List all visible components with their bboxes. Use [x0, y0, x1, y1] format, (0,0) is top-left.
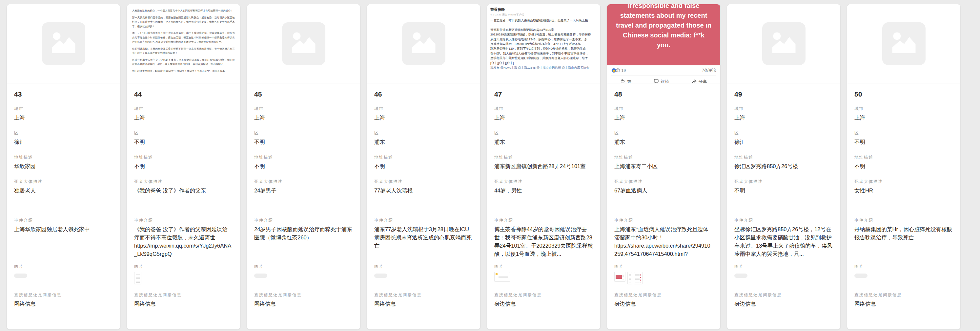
card-cover-image — [247, 4, 360, 83]
field-label-image: 图片 — [374, 264, 473, 269]
field-label-event: 事件介绍 — [134, 218, 233, 223]
card-cover-image — [7, 4, 120, 83]
field-label-direct: 直接信息还是间接信息 — [854, 292, 953, 297]
field-label-deceased: 死者大体描述 — [14, 179, 113, 184]
field-label-address: 地址描述 — [254, 155, 353, 160]
weibo-post-line: 恳求相关部门能帮忙处理好后续问题，并做好两位老人的心理疏导，给予 — [490, 56, 596, 61]
card-body: 46 城市 上海 区 浦东 地址描述 不明 死者大体描述 77岁老人沈瑞根 事件… — [367, 83, 480, 329]
card-cover-image: Irresponsible and false statements about… — [607, 4, 720, 83]
record-card[interactable]: 45 城市 上海 区 不明 地址描述 不明 死者大体描述 24岁男子 事件介绍 … — [247, 4, 360, 330]
comment-count: 7条评论 — [702, 68, 716, 73]
post-action-thumb[interactable]: 赞 — [620, 78, 632, 83]
record-card[interactable]: Irresponsible and false statements about… — [607, 4, 721, 330]
field-value-event: 坐标徐汇区罗秀路850弄26号楼，12号在小区群里求救需要硝酸甘油，没见到救护车… — [734, 225, 833, 258]
card-body: 48 城市 上海 区 浦东 地址描述 上海浦东寿二小区 死者大体描述 67岁血透… — [607, 83, 720, 329]
record-card[interactable]: 50 城市 上海 区 不明 地址描述 不明 死者大体描述 女性HR 事件介绍 丹… — [847, 4, 961, 330]
field-value-address: 徐汇区罗秀路850弄26号楼 — [734, 162, 833, 170]
comment-icon — [654, 78, 659, 83]
field-value-direct: 身边信息 — [734, 300, 833, 308]
field-label-direct: 直接信息还是间接信息 — [614, 292, 713, 297]
share-icon — [692, 78, 697, 83]
field-value-direct: 身边信息 — [614, 300, 713, 308]
record-card[interactable]: 46 城市 上海 区 浦东 地址描述 不明 死者大体描述 77岁老人沈瑞根 事件… — [367, 4, 480, 330]
post-action-comment[interactable]: 评论 — [654, 78, 669, 83]
field-value-district: 浦东 — [374, 138, 473, 146]
reaction-count: 19 — [622, 68, 626, 73]
post-reaction-bar: 👍😲197条评论 — [607, 66, 720, 73]
field-label-address: 地址描述 — [614, 155, 713, 160]
image-placeholder-icon — [402, 22, 445, 65]
field-label-city: 城市 — [734, 106, 833, 111]
weibo-post-line: [合十][合十][合十] — [490, 61, 596, 66]
field-label-city: 城市 — [374, 106, 473, 111]
image-thumbnail-row — [254, 272, 353, 285]
card-body: 44 城市 上海 区 不明 地址描述 不明 死者大体描述 《我的爸爸 没了》作者… — [127, 83, 240, 329]
field-value-city: 上海 — [854, 114, 953, 122]
weibo-post-line: 在44岁。我大伯和我大伯母70多岁老来丧子，对于整个事情我不做评价， — [490, 51, 596, 56]
field-value-deceased: 77岁老人沈瑞根 — [374, 187, 473, 218]
field-label-direct: 直接信息还是间接信息 — [494, 292, 593, 297]
card-cover-image — [847, 4, 960, 83]
weibo-post-line: 20220329去医院采样核酸，以便1号血透，晚上被告知核酸异样，等待转移 — [490, 32, 596, 37]
post-action-label: 赞 — [627, 79, 632, 84]
field-label-district: 区 — [494, 130, 593, 136]
weibo-post-line: 从这天开始我大伯停地电话12345，疾控中心，居委转运车一直不来。永 — [490, 37, 596, 42]
field-label-city: 城市 — [494, 106, 593, 111]
image-thumbnail — [14, 273, 27, 278]
card-number: 50 — [854, 90, 953, 98]
weibo-mentions: 海发布 @News上海 @上海12345 @上海市市民信箱 @上海市志愿者协会 — [490, 66, 596, 70]
record-card[interactable]: 茶香禅静4-2 02:31 来自 iPhone客户端一名志愿者，昨日我投入路浦西… — [487, 4, 601, 330]
field-label-district: 区 — [254, 130, 353, 136]
field-label-deceased: 死者大体描述 — [134, 179, 233, 184]
field-label-direct: 直接信息还是间接信息 — [134, 292, 233, 297]
field-value-address: 华欣家园 — [14, 162, 113, 170]
field-value-city: 上海 — [134, 114, 233, 122]
field-value-event: 24岁男子因核酸而延误治疗而猝死于浦东医院（微博@红茶260） — [254, 225, 353, 258]
image-thumbnail — [614, 272, 625, 282]
mountain-sun-glyph — [48, 28, 80, 59]
field-label-city: 城市 — [614, 106, 713, 111]
field-label-image: 图片 — [494, 264, 593, 269]
field-label-deceased: 死者大体描述 — [374, 179, 473, 184]
field-label-district: 区 — [374, 130, 473, 136]
field-label-image: 图片 — [854, 264, 953, 269]
reaction-group: 👍😲19 — [611, 68, 626, 73]
image-placeholder-icon — [762, 22, 805, 65]
image-thumbnail — [134, 272, 142, 285]
field-label-address: 地址描述 — [134, 155, 233, 160]
record-card[interactable]: 49 城市 上海 区 徐汇 地址描述 徐汇区罗秀路850弄26号楼 死者大体描述… — [727, 4, 841, 330]
field-label-direct: 直接信息还是间接信息 — [734, 292, 833, 297]
weibo-post-line: 是等待领导批示。3月30日因为病情引起心衰，4月1日上午呼吸不畅， — [490, 42, 596, 46]
article-paragraph: 医院方也出于人道主义，让妈妈下楼来，但不能穿过隔离线，我们只能“隔线”相望。我们… — [132, 58, 235, 67]
post-action-share[interactable]: 分享 — [692, 78, 707, 83]
card-body: 45 城市 上海 区 不明 地址描述 不明 死者大体描述 24岁男子 事件介绍 … — [247, 83, 360, 329]
field-value-district: 徐汇 — [734, 138, 833, 146]
field-label-deceased: 死者大体描述 — [494, 179, 593, 184]
field-label-event: 事件介绍 — [254, 218, 353, 223]
field-value-direct: 身边信息 — [494, 300, 593, 308]
field-value-event: 浦东77岁老人沈瑞根于3月28日晚在ICU病房因长期末肾透析造成的心肌衰竭而死亡 — [374, 225, 473, 258]
field-label-deceased: 死者大体描述 — [854, 179, 953, 184]
post-action-label: 分享 — [698, 79, 707, 84]
field-label-image: 图片 — [614, 264, 713, 269]
field-value-city: 上海 — [494, 114, 593, 122]
card-number: 45 — [254, 90, 353, 98]
record-card[interactable]: 人都没有这样的机会，一个病人需要几十个人的同时帮助和关怀才有可能获得一丝的机会！… — [127, 4, 240, 330]
card-body: 50 城市 上海 区 不明 地址描述 不明 死者大体描述 女性HR 事件介绍 丹… — [847, 83, 960, 329]
field-value-city: 上海 — [374, 114, 473, 122]
record-card[interactable]: 43 城市 上海 区 徐汇 地址描述 华欣家园 死者大体描述 独居老人 事件介绍… — [6, 4, 120, 330]
image-thumbnail-row — [614, 272, 713, 285]
thumb-icon — [620, 78, 625, 83]
card-body: 49 城市 上海 区 徐汇 地址描述 徐汇区罗秀路850弄26号楼 死者大体描述… — [727, 83, 840, 329]
image-thumbnail-row — [854, 272, 953, 285]
card-number: 44 — [134, 90, 233, 98]
field-label-event: 事件介绍 — [734, 218, 833, 223]
image-thumbnail-row — [14, 272, 113, 285]
image-thumbnail-row — [494, 272, 593, 285]
field-label-address: 地址描述 — [14, 155, 113, 160]
field-label-event: 事件介绍 — [14, 218, 113, 223]
image-thumbnail — [634, 272, 643, 285]
field-label-district: 区 — [854, 130, 953, 136]
image-thumbnail — [627, 272, 632, 285]
field-label-event: 事件介绍 — [854, 218, 953, 223]
